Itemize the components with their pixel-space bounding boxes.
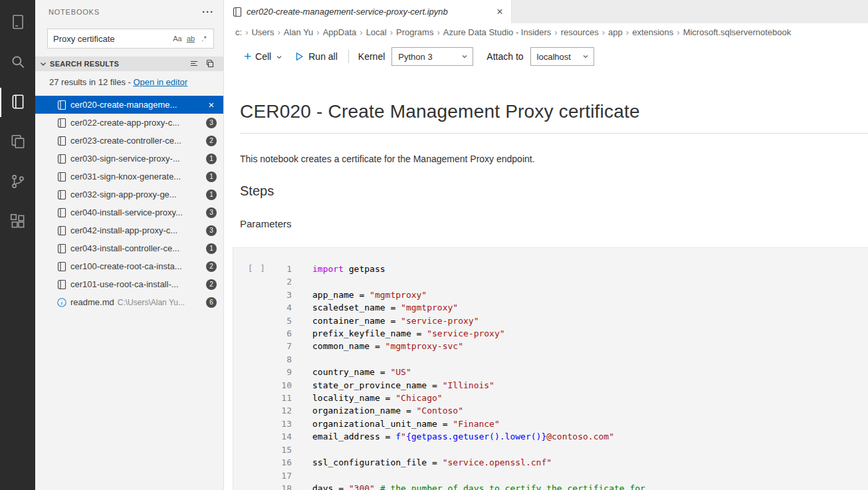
- notebook-file-icon: [56, 261, 67, 272]
- code-line[interactable]: 1import getpass: [233, 263, 868, 275]
- breadcrumb-item[interactable]: Users: [250, 27, 275, 37]
- code-line[interactable]: 8: [233, 353, 868, 366]
- search-result-item[interactable]: cer032-sign-app-proxy-ge... 1: [35, 185, 223, 203]
- line-content[interactable]: scaledset_name = "mgmtproxy": [312, 303, 458, 312]
- breadcrumb-item[interactable]: Microsoft.sqlservernotebook: [682, 27, 793, 37]
- cell-execution-prompt[interactable]: [ ]: [248, 264, 267, 273]
- breadcrumb-separator-icon: ›: [435, 27, 441, 37]
- code-line[interactable]: 13organizational_unit_name = "Finance": [233, 418, 868, 430]
- search-results-section-header[interactable]: SEARCH RESULTS: [35, 57, 223, 71]
- search-input[interactable]: [53, 34, 171, 44]
- code-line[interactable]: 10state_or_province_name = "Illinois": [233, 379, 868, 392]
- code-line[interactable]: 3app_name = "mgmtproxy": [233, 289, 868, 301]
- line-content[interactable]: container_name = "service-proxy": [312, 316, 479, 326]
- search-result-item[interactable]: cer101-use-root-ca-install-... 2: [35, 275, 223, 293]
- line-content[interactable]: locality_name = "Chicago": [312, 393, 443, 403]
- line-content[interactable]: prefix_keyfile_name = "service-proxy": [312, 328, 505, 338]
- attach-to-dropdown[interactable]: localhost: [530, 47, 594, 66]
- code-line[interactable]: 11locality_name = "Chicago": [233, 392, 868, 404]
- chevron-down-icon: [38, 59, 49, 69]
- open-in-editor-link[interactable]: Open in editor: [133, 77, 187, 87]
- notebook-title: CER020 - Create Management Proxy certifi…: [240, 101, 868, 122]
- breadcrumb-item[interactable]: c:: [234, 27, 243, 37]
- code-line[interactable]: 6prefix_keyfile_name = "service-proxy": [233, 327, 868, 340]
- line-number: 3: [233, 289, 292, 301]
- breadcrumb-item[interactable]: resources: [560, 27, 600, 37]
- search-result-item[interactable]: cer022-create-app-proxy-c... 3: [35, 114, 223, 132]
- activity-item-extensions[interactable]: [0, 202, 35, 242]
- search-result-item[interactable]: cer023-create-controller-ce... 2: [35, 132, 223, 150]
- breadcrumb-separator-icon: ›: [275, 27, 282, 37]
- breadcrumb-item[interactable]: AppData: [322, 27, 358, 37]
- search-result-item[interactable]: cer031-sign-knox-generate... 1: [35, 168, 223, 185]
- code-line[interactable]: 4scaledset_name = "mgmtproxy": [233, 301, 868, 314]
- breadcrumb-item[interactable]: Local: [365, 27, 388, 37]
- run-all-button[interactable]: Run all: [288, 49, 343, 64]
- add-cell-button[interactable]: + Cell: [239, 49, 288, 64]
- line-content[interactable]: organization_name = "Contoso": [312, 406, 463, 416]
- result-count-badge: 3: [206, 207, 217, 218]
- search-result-item[interactable]: cer042-install-app-proxy-c... 3: [35, 221, 223, 239]
- kernel-dropdown[interactable]: Python 3: [391, 47, 473, 66]
- breadcrumb-item[interactable]: extensions: [631, 27, 675, 37]
- code-line[interactable]: 5container_name = "service-proxy": [233, 314, 868, 327]
- breadcrumb-item[interactable]: Azure Data Studio - Insiders: [442, 27, 553, 37]
- breadcrumb-separator-icon: ›: [358, 27, 364, 37]
- search-result-item[interactable]: cer040-install-service-proxy... 3: [35, 203, 223, 221]
- expand-results-icon[interactable]: [205, 59, 215, 69]
- search-result-item[interactable]: cer100-create-root-ca-insta... 2: [35, 257, 223, 275]
- notebook-file-icon: [56, 100, 67, 110]
- code-cell[interactable]: [ ] 1import getpass23app_name = "mgmtpro…: [233, 247, 868, 490]
- code-line[interactable]: 14email_address = f"{getpass.getuser().l…: [233, 430, 868, 443]
- code-line[interactable]: 18days = "300" # the number of days to c…: [233, 482, 868, 490]
- line-content[interactable]: app_name = "mgmtproxy": [312, 290, 427, 300]
- close-result-icon[interactable]: ×: [206, 99, 217, 110]
- run-all-label: Run all: [308, 51, 338, 62]
- code-line[interactable]: 16ssl_configuration_file = "service.open…: [233, 456, 868, 469]
- notebook-file-icon: [56, 136, 67, 146]
- breadcrumb-item[interactable]: Programs: [395, 27, 435, 37]
- line-content[interactable]: country_name = "US": [312, 367, 411, 377]
- code-line[interactable]: 17: [233, 469, 868, 482]
- breadcrumb-item[interactable]: Alan Yu: [282, 27, 315, 37]
- line-content[interactable]: days = "300" # the number of days to cer…: [312, 483, 645, 490]
- breadcrumb-item[interactable]: app: [607, 27, 624, 37]
- code-line[interactable]: 15: [233, 443, 868, 456]
- search-result-item[interactable]: cer043-install-controller-ce... 1: [35, 239, 223, 257]
- result-count-badge: 1: [206, 172, 217, 182]
- search-result-item[interactable]: cer020-create-manageme... ×: [35, 96, 223, 114]
- activity-item-connections[interactable]: [0, 3, 35, 43]
- line-number: 6: [233, 327, 292, 340]
- result-count-badge: 1: [206, 189, 217, 200]
- line-number: 14: [233, 430, 292, 443]
- line-content[interactable]: ssl_configuration_file = "service.openss…: [312, 457, 552, 467]
- line-content[interactable]: import getpass: [312, 264, 385, 274]
- code-line[interactable]: 2: [233, 275, 868, 288]
- match-case-icon[interactable]: Aa: [171, 32, 184, 45]
- line-number: 9: [233, 366, 292, 378]
- close-tab-icon[interactable]: ×: [494, 6, 506, 18]
- whole-word-icon[interactable]: ab: [184, 32, 197, 45]
- activity-item-notebooks[interactable]: [0, 82, 35, 122]
- code-line[interactable]: 9country_name = "US": [233, 366, 868, 378]
- code-line[interactable]: 12organization_name = "Contoso": [233, 404, 868, 417]
- notebook-file-icon: [56, 225, 67, 236]
- breadcrumb-separator-icon: ›: [314, 27, 321, 37]
- title-divider: [240, 133, 868, 134]
- line-content[interactable]: state_or_province_name = "Illinois": [312, 380, 494, 390]
- more-actions-icon[interactable]: ···: [202, 9, 214, 15]
- line-content[interactable]: email_address = f"{getpass.getuser().low…: [312, 431, 614, 441]
- tab-notebook[interactable]: cer020-create-management-service-proxy-c…: [224, 0, 512, 23]
- line-content[interactable]: organizational_unit_name = "Finance": [312, 419, 500, 429]
- tab-title: cer020-create-management-service-proxy-c…: [247, 7, 490, 17]
- result-count-badge: 2: [206, 279, 217, 290]
- regex-icon[interactable]: .*: [197, 32, 211, 45]
- activity-item-source-control[interactable]: [0, 162, 35, 202]
- search-result-item[interactable]: readme.md C:\Users\Alan Yu... 6: [35, 293, 223, 311]
- code-line[interactable]: 7common_name = "mgmtproxy-svc": [233, 340, 868, 352]
- search-result-item[interactable]: cer030-sign-service-proxy-... 1: [35, 150, 223, 168]
- activity-item-search[interactable]: [0, 43, 35, 82]
- activity-item-explorer[interactable]: [0, 122, 35, 162]
- collapse-all-icon[interactable]: [189, 59, 199, 69]
- line-content[interactable]: common_name = "mgmtproxy-svc": [312, 341, 463, 351]
